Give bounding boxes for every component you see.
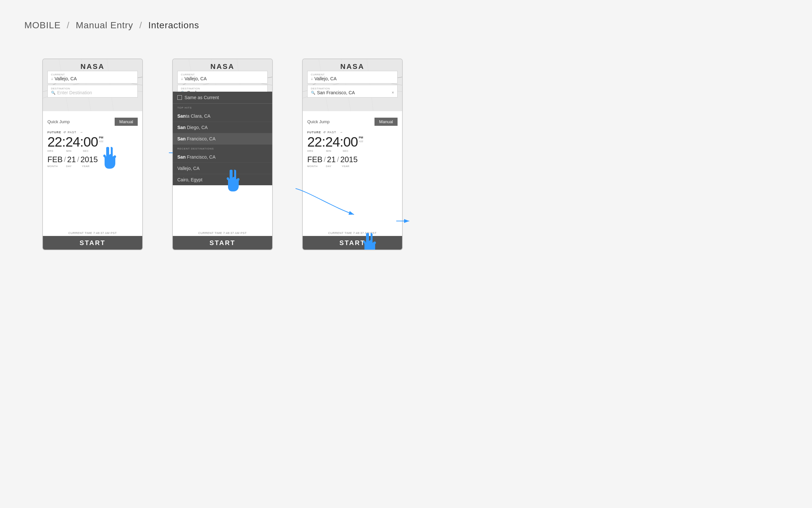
phone1-search-icon: 🔍: [51, 91, 55, 95]
phone2-nasa-logo: NASA: [210, 62, 235, 71]
phone3-quick-jump-row: Quick Jump Manual: [307, 118, 397, 126]
phone3-hand-cursor: [360, 231, 382, 250]
phone1-ampm: PM AM: [99, 136, 104, 143]
phone3-destination-label: DESTINATION: [311, 87, 394, 90]
phone2-current-label: CURRENT: [181, 73, 264, 76]
phone3-destination-input[interactable]: DESTINATION 🔍 San Francisco, CA ×: [307, 85, 397, 97]
phone1-date-sep1: /: [64, 155, 66, 164]
phone1-time-section: FUTURE ↺ PAST → 22:24:00 PM AM HRS MIN S…: [47, 130, 138, 168]
phone2-recent1-bold: San: [177, 155, 186, 160]
breadcrumb-manual: Manual Entry: [76, 20, 133, 30]
phone3-date-labels: MONTH DAY YEAR: [307, 165, 397, 168]
breadcrumb-interactions: Interactions: [148, 20, 199, 30]
phone3-date-sep1: /: [324, 155, 326, 164]
phone2-recent-2[interactable]: Vallejo, CA: [173, 163, 272, 174]
phone3-start-button[interactable]: START: [303, 236, 402, 250]
phone2-recent-3[interactable]: Cairo, Egypt: [173, 174, 272, 185]
phone3-current-value: Vallejo, CA: [315, 76, 336, 81]
phone3-current-time: CURRENT TIME 7:48:37 AM PST: [303, 231, 402, 235]
phone3-destination-value: San Francisco, CA: [317, 90, 355, 95]
phone3-refresh-icon: ↺: [323, 131, 326, 134]
phone1-current-time: CURRENT TIME 7:48:37 AM PST: [43, 231, 142, 235]
breadcrumb-sep2: /: [139, 20, 142, 30]
phone1-refresh-icon: ↺: [63, 131, 66, 134]
phone1-sec-label: SEC: [77, 150, 94, 153]
phone1-month-label: MONTH: [47, 165, 60, 168]
phone3-time-display: 22:24:00 PM AM: [307, 135, 397, 149]
phone2-dropdown: Same as Current TOP HITS Santa Clara, CA…: [173, 92, 272, 185]
phone3-past-label: PAST: [328, 131, 336, 134]
phone2-start-button[interactable]: START: [173, 236, 272, 250]
phone1-destination-label: DESTINATION: [51, 87, 134, 90]
phone3-am: AM: [359, 140, 364, 144]
phone2-current-input[interactable]: CURRENT ↓ Vallejo, CA: [177, 71, 268, 84]
phone1-destination-placeholder: Enter Destination: [57, 90, 92, 95]
phone3-time-digits: 22:24:00: [307, 135, 358, 149]
phone3-day-label: DAY: [320, 165, 337, 168]
phone2-top-hit-3[interactable]: San Francisco, CA: [173, 133, 272, 144]
phone3-body: Quick Jump Manual FUTURE ↺ PAST → 22:24:…: [303, 111, 402, 250]
phone1-am: AM: [99, 140, 104, 144]
phone1-quick-jump-label: Quick Jump: [47, 119, 70, 124]
phone1-nasa-logo: NASA: [81, 62, 105, 71]
phone-2: NASA CURRENT ↓ Vallejo, CA DESTINATION 🔍…: [172, 58, 273, 250]
phone1-day-label: DAY: [60, 165, 77, 168]
phone2-current-time: CURRENT TIME 7:48:37 AM PST: [173, 231, 272, 235]
phone1-hand-cursor: [100, 145, 123, 173]
phone2-recent1-rest: Francisco, CA: [186, 155, 216, 160]
phone1-time-labels: HRS MIN SEC: [47, 150, 138, 153]
phone1-manual-button[interactable]: Manual: [115, 118, 138, 126]
phone3-manual-button[interactable]: Manual: [375, 118, 397, 126]
phone1-current-label: CURRENT: [51, 73, 134, 76]
phone3-current-input[interactable]: CURRENT ↓ Vallejo, CA: [307, 71, 397, 84]
phone3-current-arrow: ↓: [311, 76, 313, 81]
phone3-day: 21: [327, 155, 336, 164]
breadcrumb: MOBILE / Manual Entry / Interactions: [25, 20, 199, 31]
phone2-same-as-row[interactable]: Same as Current: [173, 92, 272, 104]
phone1-current-input[interactable]: CURRENT ↓ Vallejo, CA: [47, 71, 138, 84]
phone2-recent-label: RECENT DESTINATIONS: [173, 144, 272, 152]
phone3-sec-label: SEC: [337, 150, 354, 153]
phone3-future-label: FUTURE: [307, 131, 321, 134]
phone1-destination-input[interactable]: DESTINATION 🔍 Enter Destination: [47, 85, 138, 97]
phone1-time-display: 22:24:00 PM AM: [47, 135, 138, 149]
phone3-date-display: FEB / 21 / 2015: [307, 155, 397, 164]
phone3-search-icon: 🔍: [311, 91, 316, 95]
phone1-past-label: PAST: [68, 131, 77, 134]
phone3-hrs-label: HRS: [307, 150, 320, 153]
phone3-clear-button[interactable]: ×: [392, 90, 394, 95]
phone3-current-label: CURRENT: [311, 73, 394, 76]
phone3-future-past: FUTURE ↺ PAST →: [307, 130, 397, 134]
phone3-ampm: PM AM: [359, 136, 364, 143]
phone2-checkbox[interactable]: [177, 95, 182, 100]
phone2-top-hit-1[interactable]: Santa Clara, CA: [173, 111, 272, 122]
phone2-destination-label: DESTINATION: [181, 87, 264, 90]
phone1-time-digits: 22:24:00: [47, 135, 98, 149]
phone3-year: 2015: [340, 155, 357, 164]
phone1-day: 21: [67, 155, 76, 164]
phone2-hit1-rest: ta Clara, CA: [186, 114, 210, 119]
phone2-hit2-rest: Diego, CA: [186, 125, 208, 130]
phone2-top-hit-2[interactable]: San Diego, CA: [173, 122, 272, 133]
phone2-same-as-label: Same as Current: [185, 95, 219, 100]
phone1-min-label: MIN: [60, 150, 77, 153]
phone1-inputs: CURRENT ↓ Vallejo, CA DESTINATION 🔍 Ente…: [47, 71, 138, 99]
phone1-map: NASA CURRENT ↓ Vallejo, CA DESTINATION 🔍…: [43, 59, 142, 111]
phone3-arrow-right: →: [339, 130, 343, 134]
phone3-month-label: MONTH: [307, 165, 320, 168]
phone1-start-button[interactable]: START: [43, 236, 142, 250]
phone2-recent3: Cairo, Egypt: [177, 177, 202, 182]
phone1-current-arrow: ↓: [51, 76, 53, 81]
phone3-nasa-logo: NASA: [340, 62, 365, 71]
phone2-recent2: Vallejo, CA: [177, 166, 199, 171]
phone1-year-label: YEAR: [77, 165, 94, 168]
phone3-time-section: FUTURE ↺ PAST → 22:24:00 PM AM HRS MIN S…: [307, 130, 397, 168]
phone2-hit2-bold: San: [177, 125, 186, 130]
phone1-pm: PM: [99, 136, 104, 140]
phone-1: NASA CURRENT ↓ Vallejo, CA DESTINATION 🔍…: [42, 58, 143, 250]
phone3-map: NASA CURRENT ↓ Vallejo, CA DESTINATION 🔍…: [303, 59, 402, 111]
phone3-year-label: YEAR: [337, 165, 354, 168]
phones-container: NASA CURRENT ↓ Vallejo, CA DESTINATION 🔍…: [42, 58, 403, 250]
phone1-month: FEB: [47, 155, 63, 164]
phone2-recent-1[interactable]: San Francisco, CA: [173, 152, 272, 163]
